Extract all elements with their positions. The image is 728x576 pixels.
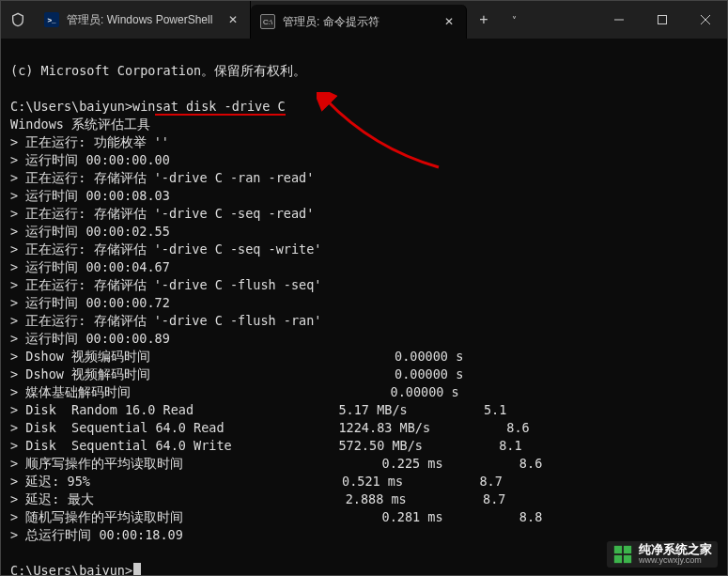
output-line: > Disk Sequential 64.0 Write 572.50 MB/s… bbox=[10, 438, 522, 453]
prompt: C:\Users\baiyun> bbox=[10, 563, 132, 576]
output-line: > 总运行时间 00:00:18.09 bbox=[10, 527, 183, 542]
output-line: > 运行时间 00:00:00.89 bbox=[10, 331, 170, 346]
command-highlight: sat disk -drive C bbox=[155, 99, 285, 116]
output-line: > 正在运行: 存储评估 '-drive C -seq -write' bbox=[10, 241, 321, 257]
copyright-line: (c) Microsoft Corporation。保留所有权利。 bbox=[10, 63, 306, 78]
close-icon[interactable]: ✕ bbox=[441, 14, 457, 29]
maximize-button[interactable] bbox=[641, 1, 684, 39]
tool-header: Windows 系统评估工具 bbox=[10, 117, 150, 132]
output-line: > Disk Random 16.0 Read 5.17 MB/s 5.1 bbox=[10, 402, 506, 417]
cursor bbox=[133, 563, 141, 576]
minimize-button[interactable] bbox=[597, 1, 641, 39]
annotation-arrow-icon bbox=[317, 92, 448, 177]
output-line: > 随机写操作的平均读取时间 0.281 ms 8.8 bbox=[10, 509, 542, 524]
output-line: > 延迟: 95% 0.521 ms 8.7 bbox=[10, 474, 503, 489]
shield-icon bbox=[1, 1, 35, 39]
output-line: > 运行时间 00:00:02.55 bbox=[10, 224, 170, 239]
output-line: > 正在运行: 存储评估 '-drive C -ran -read' bbox=[10, 170, 314, 185]
command-text: win bbox=[132, 99, 155, 114]
tab-powershell[interactable]: >_ 管理员: Windows PowerShell ✕ bbox=[35, 1, 251, 39]
close-icon[interactable]: ✕ bbox=[225, 12, 240, 27]
tab-cmd[interactable]: C:\ 管理员: 命令提示符 ✕ bbox=[251, 5, 467, 39]
watermark-title: 纯净系统之家 bbox=[639, 543, 712, 556]
output-line: > 延迟: 最大 2.888 ms 8.7 bbox=[10, 491, 505, 506]
new-tab-button[interactable]: + bbox=[467, 1, 501, 39]
prompt: C:\Users\baiyun> bbox=[10, 99, 132, 114]
svg-rect-7 bbox=[614, 555, 622, 563]
output-line: > Disk Sequential 64.0 Read 1224.83 MB/s… bbox=[10, 420, 530, 435]
tab-title: 管理员: Windows PowerShell bbox=[67, 12, 218, 28]
watermark: 纯净系统之家 www.ycwxjy.com bbox=[607, 541, 718, 568]
output-line: > Dshow 视频编码时间 0.00000 s bbox=[10, 349, 463, 364]
tab-dropdown-button[interactable]: ˅ bbox=[501, 1, 527, 39]
svg-rect-5 bbox=[614, 546, 622, 553]
window-controls bbox=[597, 1, 727, 39]
terminal-output[interactable]: (c) Microsoft Corporation。保留所有权利。 C:\Use… bbox=[1, 39, 727, 576]
svg-rect-6 bbox=[624, 546, 631, 553]
output-line: > 正在运行: 存储评估 '-drive C -flush -seq' bbox=[10, 277, 321, 292]
output-line: > 运行时间 00:00:00.72 bbox=[10, 295, 170, 310]
close-button[interactable] bbox=[684, 1, 727, 39]
output-line: > 运行时间 00:00:04.67 bbox=[10, 259, 170, 274]
output-line: > 正在运行: 存储评估 '-drive C -flush -ran' bbox=[10, 313, 321, 328]
watermark-url: www.ycwxjy.com bbox=[639, 556, 712, 566]
output-line: > 媒体基础解码时间 0.00000 s bbox=[10, 384, 459, 399]
output-line: > 运行时间 00:00:00.00 bbox=[10, 152, 170, 167]
titlebar-drag-area[interactable] bbox=[527, 1, 597, 39]
tab-title: 管理员: 命令提示符 bbox=[283, 14, 434, 30]
output-line: > 正在运行: 功能枚举 '' bbox=[10, 134, 169, 149]
titlebar: >_ 管理员: Windows PowerShell ✕ C:\ 管理员: 命令… bbox=[1, 1, 727, 39]
output-line: > 运行时间 00:00:08.03 bbox=[10, 188, 170, 203]
output-line: > 正在运行: 存储评估 '-drive C -seq -read' bbox=[10, 206, 314, 221]
svg-rect-1 bbox=[658, 16, 667, 24]
svg-rect-8 bbox=[624, 555, 631, 563]
output-line: > 顺序写操作的平均读取时间 0.225 ms 8.6 bbox=[10, 456, 542, 471]
cmd-icon: C:\ bbox=[260, 14, 275, 29]
watermark-logo-icon bbox=[612, 544, 633, 565]
powershell-icon: >_ bbox=[44, 12, 59, 27]
output-line: > Dshow 视频解码时间 0.00000 s bbox=[10, 366, 463, 381]
